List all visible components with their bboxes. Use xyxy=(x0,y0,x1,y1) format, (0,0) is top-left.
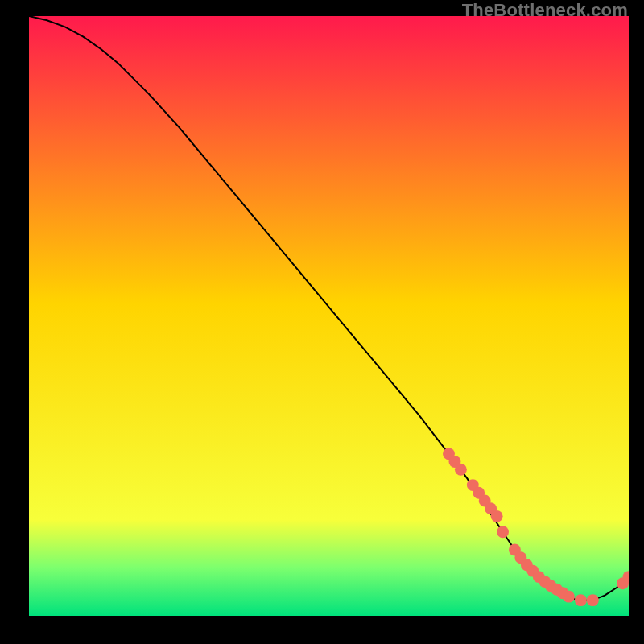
gradient-rect xyxy=(29,16,629,616)
bottleneck-chart xyxy=(29,16,629,616)
data-marker xyxy=(497,526,509,538)
data-marker xyxy=(575,594,587,606)
chart-stage: TheBottleneck.com xyxy=(0,0,644,644)
data-marker xyxy=(491,510,503,522)
data-marker xyxy=(587,594,599,606)
data-marker xyxy=(455,464,467,476)
data-marker xyxy=(563,591,575,603)
